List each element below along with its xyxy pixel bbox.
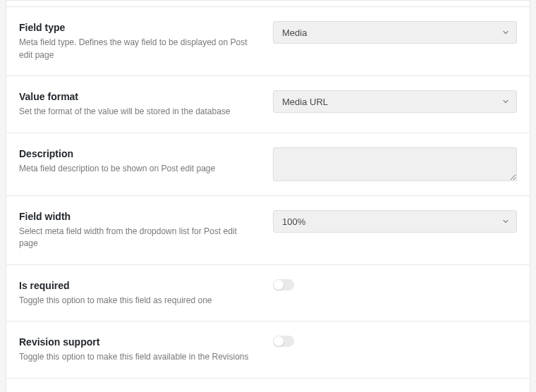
row-field-type: Field type Meta field type. Defines the …: [6, 7, 530, 76]
field-width-select-value: 100%: [273, 210, 517, 233]
field-type-desc: Meta field type. Defines the way field t…: [19, 37, 256, 61]
label-col: Value format Set the format of the value…: [19, 90, 273, 118]
row-top-edge: [6, 1, 530, 7]
field-width-desc: Select meta field width from the dropdow…: [19, 226, 256, 250]
label-col: Description Meta field description to be…: [19, 147, 273, 176]
is-required-desc: Toggle this option to make this field as…: [19, 295, 256, 307]
revision-support-desc: Toggle this option to make this field av…: [19, 351, 256, 363]
description-title: Description: [19, 147, 256, 160]
revision-support-toggle[interactable]: [273, 336, 294, 347]
label-col: Is required Toggle this option to make t…: [19, 279, 273, 307]
input-col: [273, 147, 517, 181]
meta-field-settings-panel: Field type Meta field type. Defines the …: [6, 0, 530, 392]
row-field-width: Field width Select meta field width from…: [6, 196, 530, 265]
row-is-required: Is required Toggle this option to make t…: [6, 265, 530, 322]
label-col: Revision support Toggle this option to m…: [19, 336, 273, 364]
toggle-knob-icon: [274, 336, 284, 346]
input-col: Media: [273, 21, 517, 44]
row-description: Description Meta field description to be…: [6, 133, 530, 196]
field-type-title: Field type: [19, 21, 256, 34]
input-col: Media URL: [273, 90, 517, 113]
field-width-title: Field width: [19, 210, 256, 223]
field-type-select[interactable]: Media: [273, 21, 517, 44]
input-col: [273, 336, 517, 347]
label-col: Field type Meta field type. Defines the …: [19, 21, 273, 61]
input-col: [273, 279, 517, 290]
field-width-select[interactable]: 100%: [273, 210, 517, 233]
value-format-desc: Set the format of the value will be stor…: [19, 106, 256, 118]
label-col: Field width Select meta field width from…: [19, 210, 273, 250]
row-revision-support: Revision support Toggle this option to m…: [6, 321, 530, 379]
description-textarea[interactable]: [273, 147, 517, 181]
input-col: 100%: [273, 210, 517, 233]
revision-support-title: Revision support: [19, 336, 256, 348]
is-required-toggle[interactable]: [273, 279, 294, 290]
value-format-title: Value format: [19, 90, 256, 103]
is-required-title: Is required: [19, 279, 256, 292]
toggle-knob-icon: [274, 280, 284, 290]
row-show-in-rest: Show in Rest API Allow to get/update thi…: [6, 379, 530, 392]
field-type-select-value: Media: [273, 21, 517, 44]
row-value-format: Value format Set the format of the value…: [6, 76, 530, 133]
value-format-select[interactable]: Media URL: [273, 90, 517, 113]
value-format-select-value: Media URL: [273, 90, 517, 113]
description-desc: Meta field description to be shown on Po…: [19, 163, 256, 175]
